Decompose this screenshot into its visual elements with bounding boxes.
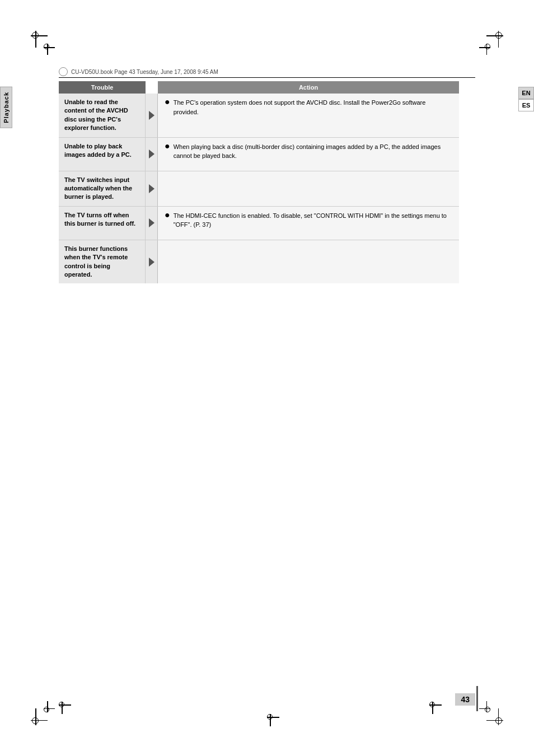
page-number-vline — [476, 686, 478, 711]
inner-corner-mark-tr — [474, 44, 490, 60]
page-number: 43 — [455, 693, 475, 706]
table-row: This burner functions when the TV's remo… — [59, 240, 459, 284]
arrow-cell-4 — [146, 207, 158, 240]
arrow-cell-2 — [146, 138, 158, 171]
action-cell-4: ● The HDMI-CEC function is enabled. To d… — [158, 207, 459, 240]
table-row: The TV turns off when this burner is tur… — [59, 207, 459, 240]
table-header: Trouble Action — [59, 81, 459, 94]
col-header-trouble: Trouble — [59, 81, 146, 94]
action-cell-1: ● The PC's operation system does not sup… — [158, 94, 459, 137]
bullet-item: ● The HDMI-CEC function is enabled. To d… — [165, 211, 452, 230]
trouble-cell-4: The TV turns off when this burner is tur… — [59, 207, 146, 240]
bullet-dot: ● — [165, 97, 170, 106]
action-cell-3 — [158, 171, 459, 206]
bullet-item: ● When playing back a disc (multi-border… — [165, 142, 452, 161]
bullet-dot: ● — [165, 142, 170, 151]
col-header-action: Action — [158, 81, 459, 94]
inner-corner-mark-bl — [44, 696, 60, 712]
trouble-cell-5: This burner functions when the TV's remo… — [59, 240, 146, 284]
header-info: CU-VD50U.book Page 43 Tuesday, June 17, … — [59, 67, 475, 76]
bullet-dot: ● — [165, 211, 170, 220]
inner-corner-mark-tl — [44, 44, 60, 60]
right-arrow-icon — [149, 184, 154, 193]
trouble-cell-1: Unable to read the content of the AVCHD … — [59, 94, 146, 137]
lang-tab-es[interactable]: ES — [518, 99, 534, 111]
table-row: The TV switches input automatically when… — [59, 171, 459, 207]
right-arrow-icon — [149, 258, 154, 267]
right-bottom-crossmark — [429, 702, 442, 714]
trouble-cell-2: Unable to play back images added by a PC… — [59, 138, 146, 171]
playback-label: Playback — [0, 87, 12, 128]
lang-tabs: EN ES — [518, 87, 534, 111]
troubleshoot-table: Trouble Action Unable to read the conten… — [59, 81, 459, 283]
crossmark-circle — [267, 714, 273, 720]
right-arrow-icon — [149, 111, 154, 120]
action-cell-5 — [158, 240, 459, 284]
trouble-cell-3: The TV switches input automatically when… — [59, 171, 146, 206]
arrow-cell-3 — [146, 171, 158, 206]
col-header-arrow-spacer — [146, 81, 158, 94]
left-bottom-crossmark — [59, 702, 71, 714]
table-row: Unable to read the content of the AVCHD … — [59, 94, 459, 138]
arrow-cell-1 — [146, 94, 158, 137]
action-cell-2: ● When playing back a disc (multi-border… — [158, 138, 459, 171]
lang-tab-en[interactable]: EN — [518, 87, 534, 99]
header-rule — [59, 77, 475, 78]
bullet-item: ● The PC's operation system does not sup… — [165, 98, 452, 116]
right-arrow-icon — [149, 150, 154, 158]
arrow-cell-5 — [146, 240, 158, 284]
table-row: Unable to play back images added by a PC… — [59, 138, 459, 171]
right-arrow-icon — [149, 218, 154, 227]
